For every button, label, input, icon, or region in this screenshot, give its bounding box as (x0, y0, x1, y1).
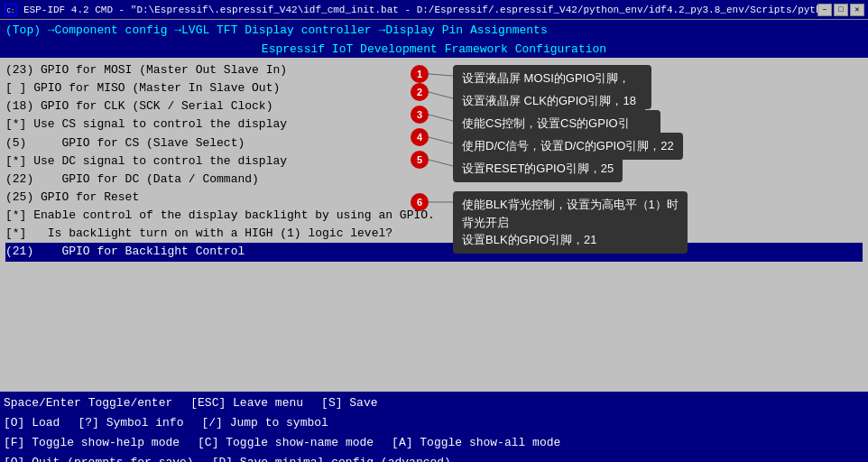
terminal-line[interactable]: (25) GPIO for Reset (5, 189, 863, 207)
terminal-line[interactable]: (23) GPIO for MOSI (Master Out Slave In) (5, 61, 863, 79)
window-controls: – □ ✕ (817, 4, 864, 16)
status-key: [C] (198, 436, 218, 449)
badge-6: 6 (411, 193, 429, 211)
svg-text:C:: C: (7, 7, 14, 14)
badge-2: 2 (411, 83, 429, 101)
main-content: (23) GPIO for MOSI (Master Out Slave In)… (0, 58, 868, 392)
status-item: [S] Save (321, 393, 377, 413)
status-label: Load (24, 416, 60, 430)
status-item: Space/Enter Toggle/enter (4, 393, 172, 413)
badge-5: 5 (411, 151, 429, 169)
status-key: [D] (212, 456, 233, 462)
status-key: [?] (78, 416, 98, 430)
status-row: [F] Toggle show-help mode[C] Toggle show… (4, 433, 864, 453)
terminal-line[interactable]: (18) GPIO for CLK (SCK / Serial Clock) (5, 97, 863, 116)
terminal-line[interactable]: [*] Is backlight turn on with a HIGH (1)… (5, 225, 863, 243)
status-label: Leave menu (226, 396, 303, 410)
tooltip-6: 使能BLK背光控制，设置为高电平（1）时背光开启 设置BLK的GPIO引脚，21 (453, 191, 688, 254)
subtitle-text: Espressif IoT Development Framework Conf… (262, 42, 606, 56)
breadcrumb-text: (Top) →Component config →LVGL TFT Displa… (5, 23, 548, 37)
status-label: Save minimal config (advanced) (233, 456, 451, 462)
status-label: Toggle show-all mode (413, 436, 561, 449)
status-item: [C] Toggle show-name mode (198, 433, 374, 453)
status-item: [ESC] Leave menu (190, 393, 303, 413)
status-key: [/] (201, 416, 222, 430)
breadcrumb: (Top) →Component config →LVGL TFT Displa… (0, 20, 868, 40)
status-label: Quit (prompts for save) (24, 456, 193, 462)
status-key: [A] (392, 436, 412, 449)
terminal-lines: (23) GPIO for MOSI (Master Out Slave In)… (0, 58, 868, 265)
status-key: [ESC] (190, 396, 226, 410)
terminal-line[interactable]: (21) GPIO for Backlight Control (5, 243, 863, 261)
status-row: Space/Enter Toggle/enter[ESC] Leave menu… (4, 393, 864, 413)
badge-3: 3 (411, 106, 429, 124)
status-item: [?] Symbol info (78, 413, 183, 433)
status-label: Toggle/enter (81, 396, 172, 410)
close-button[interactable]: ✕ (850, 4, 864, 16)
badge-4: 4 (411, 128, 429, 146)
status-label: Jump to symbol (223, 416, 328, 430)
status-item: [A] Toggle show-all mode (392, 433, 560, 453)
status-key: Space/Enter (4, 396, 81, 410)
status-item: [D] Save minimal config (advanced) (212, 453, 451, 462)
status-row: [O] Load[?] Symbol info[/] Jump to symbo… (4, 413, 864, 433)
terminal-line[interactable]: [ ] GPIO for MISO (Master In Slave Out) (5, 79, 863, 97)
status-label: Save (343, 396, 378, 410)
terminal-line[interactable]: (22) GPIO for DC (Data / Command) (5, 171, 863, 189)
subtitle: Espressif IoT Development Framework Conf… (0, 40, 868, 58)
status-label: Toggle show-name mode (218, 436, 374, 449)
status-key: [Q] (4, 456, 24, 462)
status-item: [F] Toggle show-help mode (4, 433, 180, 453)
status-key: [S] (321, 396, 342, 410)
terminal-line[interactable]: [*] Use CS signal to control the display (5, 116, 863, 134)
tooltip-5: 设置RESET的GPIO引脚，25 (453, 155, 623, 182)
terminal-line[interactable]: [*] Enable control of the display backli… (5, 207, 863, 225)
status-row: [Q] Quit (prompts for save)[D] Save mini… (4, 453, 864, 462)
status-bar: Space/Enter Toggle/enter[ESC] Leave menu… (0, 392, 868, 462)
status-label: Symbol info (99, 416, 184, 430)
title-bar: C: ESP-IDF 4.2 CMD - "D:\Espressif\.espr… (0, 0, 868, 20)
app-icon: C: (4, 3, 18, 17)
window-title: ESP-IDF 4.2 CMD - "D:\Espressif\.espress… (23, 5, 817, 15)
status-item: [/] Jump to symbol (201, 413, 328, 433)
maximize-button[interactable]: □ (834, 4, 848, 16)
terminal-line[interactable]: (5) GPIO for CS (Slave Select) (5, 134, 863, 152)
status-key: [F] (4, 436, 24, 449)
badge-1: 1 (411, 65, 429, 83)
terminal-line[interactable]: [*] Use DC signal to control the display (5, 152, 863, 171)
minimize-button[interactable]: – (817, 4, 832, 16)
status-item: [Q] Quit (prompts for save) (4, 453, 194, 462)
status-key: [O] (4, 416, 24, 430)
status-item: [O] Load (4, 413, 60, 433)
status-label: Toggle show-help mode (24, 436, 180, 449)
